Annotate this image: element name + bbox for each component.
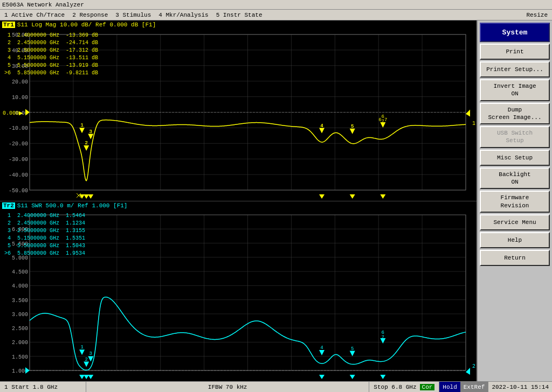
hold-badge: Hold [439,382,460,393]
printer-setup-button[interactable]: Printer Setup... [480,61,550,78]
title-text: E5063A Network Analyzer [2,2,84,8]
trace1-label: Tr1 [2,22,15,28]
menu-instr[interactable]: 5 Instr State [213,12,266,18]
backlight-button[interactable]: Backlight ON [480,167,550,190]
invert-image-label: Invert Image [493,82,536,90]
backlight-label: Backlight [499,171,530,178]
help-button[interactable]: Help [480,232,550,248]
usb-switch-label2: Setup [506,137,523,144]
trace1-header: Tr1 S11 Log Mag 10.00 dB/ Ref 0.000 dB [… [0,20,477,29]
cor-badge: Cor [420,384,435,390]
main: Tr1 S11 Log Mag 10.00 dB/ Ref 0.000 dB [… [0,20,552,381]
usb-switch-label1: USB Switch [497,129,533,137]
menu-stimulus[interactable]: 3 Stimulus [112,12,154,18]
invert-image-button[interactable]: Invert Image ON [480,79,550,101]
return-button[interactable]: Return [480,250,550,266]
dump-screen-label1: Dump [508,106,522,114]
status-right: Hold ExtRef 2022-10-11 15:14 [439,382,552,393]
misc-setup-button[interactable]: Misc Setup [480,150,550,166]
trace2-params: S11 SWR 500.0 m/ Ref 1.000 [F1] [17,202,128,209]
menu-response[interactable]: 2 Response [69,12,111,18]
invert-image-sub: ON [511,90,518,97]
datetime-badge: 2022-10-11 15:14 [488,382,552,393]
print-button[interactable]: Print [480,44,550,60]
dump-screen-label2: Screen Image... [488,114,541,121]
titlebar: E5063A Network Analyzer [0,0,552,10]
chart1-canvas [0,29,477,201]
menu-resize[interactable]: Resize [523,12,551,18]
menu-active-ch[interactable]: 1 Active Ch/Trace [1,12,68,18]
trace2-header: Tr2 S11 SWR 500.0 m/ Ref 1.000 [F1] [0,201,477,209]
firmware-label2: Revision [501,202,529,209]
service-menu-button[interactable]: Service Menu [480,214,550,230]
status-ifbw: IFBW 70 kHz [86,382,369,392]
system-button[interactable]: System [480,23,550,42]
chart1-container [0,29,477,201]
statusbar: 1 Start 1.8 GHz IFBW 70 kHz Stop 6.8 GHz… [0,381,552,392]
backlight-sub: ON [511,178,518,186]
charts-wrapper: Tr1 S11 Log Mag 10.00 dB/ Ref 0.000 dB [… [0,20,477,381]
chart-area: Tr1 S11 Log Mag 10.00 dB/ Ref 0.000 dB [… [0,20,477,381]
usb-switch-button[interactable]: USB Switch Setup [480,126,550,148]
extref-badge: ExtRef [460,382,488,393]
firmware-revision-button[interactable]: Firmware Revision [480,191,550,213]
chart2-container [0,209,477,381]
trace1-params: S11 Log Mag 10.00 dB/ Ref 0.000 dB [F1] [17,22,156,28]
sidebar: System Print Printer Setup... Invert Ima… [477,20,552,381]
dump-screen-button[interactable]: Dump Screen Image... [480,103,550,125]
menu-mkr[interactable]: 4 Mkr/Analysis [155,12,211,18]
trace2-label: Tr2 [2,202,15,209]
status-stop: Stop 6.8 GHz Cor [369,382,439,392]
firmware-label1: Firmware [501,194,529,201]
status-start: 1 Start 1.8 GHz [0,382,86,392]
chart2-canvas [0,209,477,381]
menubar: 1 Active Ch/Trace 2 Response 3 Stimulus … [0,10,552,20]
